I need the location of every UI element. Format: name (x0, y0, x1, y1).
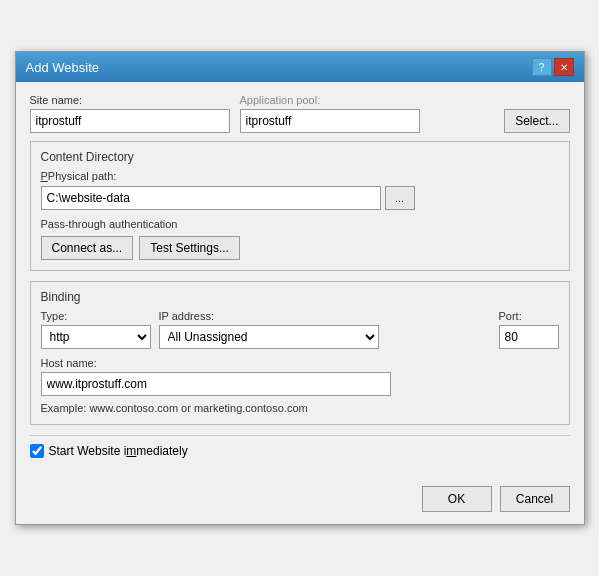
binding-row: Type: http https IP address: All Unassig… (41, 310, 559, 349)
start-website-checkbox[interactable] (30, 444, 44, 458)
passthrough-label: Pass-through authentication (41, 218, 559, 230)
physical-path-label: PPhysical path: (41, 170, 559, 182)
content-directory-title: Content Directory (41, 150, 559, 164)
select-button[interactable]: Select... (504, 109, 569, 133)
type-field: Type: http https (41, 310, 151, 349)
site-name-group: Site name: (30, 94, 230, 133)
type-select[interactable]: http https (41, 325, 151, 349)
app-pool-input[interactable] (240, 109, 420, 133)
ip-field: IP address: All Unassigned (159, 310, 491, 349)
app-pool-group: Application pool: (240, 94, 495, 133)
binding-title: Binding (41, 290, 559, 304)
ip-select[interactable]: All Unassigned (159, 325, 379, 349)
help-button[interactable]: ? (532, 58, 552, 76)
binding-section: Binding Type: http https IP address: All… (30, 281, 570, 425)
start-website-label: Start Website immediately (49, 444, 188, 458)
test-settings-button[interactable]: Test Settings... (139, 236, 240, 260)
site-name-app-pool-row: Site name: Application pool: Select... (30, 94, 570, 133)
physical-path-input[interactable] (41, 186, 381, 210)
connect-as-button[interactable]: Connect as... (41, 236, 134, 260)
physical-path-row: ... (41, 186, 559, 210)
dialog-content: Site name: Application pool: Select... C… (16, 82, 584, 480)
title-bar-buttons: ? ✕ (532, 58, 574, 76)
browse-button[interactable]: ... (385, 186, 415, 210)
ok-button[interactable]: OK (422, 486, 492, 512)
port-input[interactable] (499, 325, 559, 349)
port-label: Port: (499, 310, 559, 322)
host-name-label: Host name: (41, 357, 559, 369)
content-directory-section: Content Directory PPhysical path: ... Pa… (30, 141, 570, 271)
cancel-button[interactable]: Cancel (500, 486, 570, 512)
host-name-field: Host name: (41, 357, 559, 396)
type-label: Type: (41, 310, 151, 322)
dialog-footer: OK Cancel (16, 480, 584, 524)
title-bar: Add Website ? ✕ (16, 52, 584, 82)
physical-path-group: PPhysical path: (41, 170, 559, 182)
site-name-input[interactable] (30, 109, 230, 133)
action-buttons: Connect as... Test Settings... (41, 236, 559, 260)
add-website-dialog: Add Website ? ✕ Site name: Application p… (15, 51, 585, 525)
app-pool-label: Application pool: (240, 94, 495, 106)
site-name-label: Site name: (30, 94, 230, 106)
dialog-title: Add Website (26, 60, 99, 75)
port-field: Port: (499, 310, 559, 349)
host-name-input[interactable] (41, 372, 391, 396)
close-button[interactable]: ✕ (554, 58, 574, 76)
example-text: Example: www.contoso.com or marketing.co… (41, 402, 559, 414)
ip-label: IP address: (159, 310, 491, 322)
start-website-row: Start Website immediately (30, 435, 570, 458)
